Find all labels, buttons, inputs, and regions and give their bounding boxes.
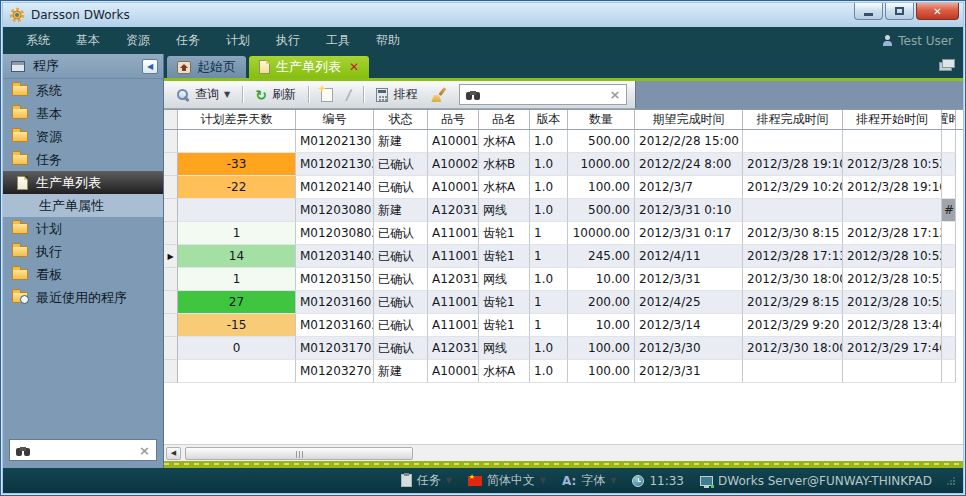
table-cell[interactable]: 网线: [479, 337, 530, 360]
table-cell[interactable]: 2012/3/30 18:00: [743, 337, 843, 360]
sidebar-item[interactable]: 计划: [3, 217, 163, 240]
close-button[interactable]: ✕: [916, 3, 959, 20]
table-cell[interactable]: A12031: [428, 268, 479, 291]
table-row[interactable]: -33M012021302已确认A10002水杯B1.01000.002012/…: [164, 153, 963, 176]
table-cell[interactable]: 已确认: [374, 222, 428, 245]
table-cell[interactable]: [743, 130, 843, 153]
column-header[interactable]: 计划差异天数: [178, 110, 296, 129]
row-selector[interactable]: [164, 176, 178, 199]
table-cell[interactable]: 2012/2/24 8:00: [635, 153, 743, 176]
table-row[interactable]: M012030801新建A12031网线1.0500.002012/3/31 0…: [164, 199, 963, 222]
table-cell[interactable]: 2012/3/30: [635, 337, 743, 360]
table-cell[interactable]: A12031: [428, 199, 479, 222]
table-cell[interactable]: 水杯B: [479, 153, 530, 176]
table-cell[interactable]: 2012/3/31: [635, 268, 743, 291]
menu-item[interactable]: 资源: [113, 32, 163, 49]
table-cell[interactable]: 新建: [374, 130, 428, 153]
column-header[interactable]: 品名: [479, 110, 530, 129]
table-cell[interactable]: 已确认: [374, 314, 428, 337]
table-cell[interactable]: 新建: [374, 199, 428, 222]
table-cell[interactable]: M012031602: [296, 314, 374, 337]
table-cell[interactable]: 27: [178, 291, 296, 314]
table-cell[interactable]: 2012/3/28 10:52: [843, 291, 942, 314]
table-cell[interactable]: 1.0: [530, 153, 568, 176]
table-cell[interactable]: [178, 360, 296, 383]
sidebar-item[interactable]: 系统: [3, 79, 163, 102]
table-cell[interactable]: 200.00: [568, 291, 635, 314]
table-cell[interactable]: M012021301: [296, 130, 374, 153]
table-cell[interactable]: #: [942, 199, 956, 222]
query-button[interactable]: 查询 ▼: [172, 84, 234, 105]
table-cell[interactable]: 2012/3/28 10:52: [843, 268, 942, 291]
table-cell[interactable]: 2012/3/29 17:46: [843, 337, 942, 360]
table-cell[interactable]: 水杯A: [479, 130, 530, 153]
table-cell[interactable]: 500.00: [568, 199, 635, 222]
menu-item[interactable]: 计划: [213, 32, 263, 49]
menu-item[interactable]: 系统: [13, 32, 63, 49]
table-cell[interactable]: [743, 199, 843, 222]
sidebar-item[interactable]: 执行: [3, 240, 163, 263]
table-cell[interactable]: [942, 153, 956, 176]
sidebar-search-input[interactable]: [36, 443, 139, 457]
table-cell[interactable]: 网线: [479, 268, 530, 291]
table-cell[interactable]: 0: [178, 337, 296, 360]
status-item-clock[interactable]: 11:33: [627, 474, 689, 488]
tab-home[interactable]: 起始页: [167, 56, 246, 78]
table-cell[interactable]: 水杯A: [479, 360, 530, 383]
table-cell[interactable]: 2012/3/7: [635, 176, 743, 199]
table-cell[interactable]: 10000.00: [568, 222, 635, 245]
table-cell[interactable]: 1.0: [530, 337, 568, 360]
table-cell[interactable]: 1: [178, 222, 296, 245]
refresh-button[interactable]: ↻ 刷新: [251, 84, 300, 105]
table-cell[interactable]: 2012/3/29 8:15: [743, 291, 843, 314]
table-cell[interactable]: 2012/4/25: [635, 291, 743, 314]
table-cell[interactable]: 1: [530, 245, 568, 268]
current-user[interactable]: Test User: [882, 34, 953, 48]
table-cell[interactable]: 1: [530, 222, 568, 245]
scrollbar-thumb[interactable]: [185, 447, 413, 460]
table-row[interactable]: -22M012021401已确认A10001水杯A1.0100.002012/3…: [164, 176, 963, 199]
schedule-button[interactable]: 排程: [372, 84, 421, 105]
row-selector[interactable]: [164, 268, 178, 291]
table-cell[interactable]: -15: [178, 314, 296, 337]
table-cell[interactable]: 已确认: [374, 337, 428, 360]
table-cell[interactable]: 2012/3/29 10:20: [743, 176, 843, 199]
table-cell[interactable]: [942, 176, 956, 199]
table-cell[interactable]: A12031: [428, 337, 479, 360]
table-cell[interactable]: [743, 360, 843, 383]
tab-production-order-list[interactable]: 生产单列表 ✕: [249, 56, 369, 78]
sidebar-item[interactable]: 生产单列表: [3, 171, 163, 194]
sidebar-collapse-button[interactable]: ◀: [142, 59, 158, 74]
column-header[interactable]: 状态: [374, 110, 428, 129]
chevron-down-icon[interactable]: ▼: [610, 476, 616, 485]
column-header[interactable]: 版本: [530, 110, 568, 129]
column-header[interactable]: 品号: [428, 110, 479, 129]
table-cell[interactable]: M012021401: [296, 176, 374, 199]
table-cell[interactable]: [942, 245, 956, 268]
tab-close-icon[interactable]: ✕: [349, 60, 359, 74]
row-selector[interactable]: [164, 314, 178, 337]
table-cell[interactable]: 2012/3/29 9:20: [743, 314, 843, 337]
table-cell[interactable]: 245.00: [568, 245, 635, 268]
table-cell[interactable]: 2012/3/28 10:52: [843, 153, 942, 176]
menu-item[interactable]: 工具: [313, 32, 363, 49]
table-cell[interactable]: M012021302: [296, 153, 374, 176]
table-cell[interactable]: [942, 268, 956, 291]
table-cell[interactable]: [942, 222, 956, 245]
sidebar-item[interactable]: 基本: [3, 102, 163, 125]
table-cell[interactable]: M012030801: [296, 199, 374, 222]
horizontal-scrollbar[interactable]: ◀: [164, 444, 963, 461]
table-cell[interactable]: 齿轮1: [479, 314, 530, 337]
table-cell[interactable]: 2012/3/31 0:17: [635, 222, 743, 245]
chevron-down-icon[interactable]: ▼: [224, 90, 230, 99]
title-bar[interactable]: Darsson DWorks ✕: [3, 3, 963, 27]
row-selector[interactable]: [164, 199, 178, 222]
table-cell[interactable]: 1: [530, 314, 568, 337]
row-selector[interactable]: [164, 337, 178, 360]
table-cell[interactable]: 2012/2/28 15:00: [635, 130, 743, 153]
row-selector[interactable]: [164, 222, 178, 245]
table-cell[interactable]: [942, 130, 956, 153]
table-cell[interactable]: A10002: [428, 153, 479, 176]
table-cell[interactable]: A11001: [428, 222, 479, 245]
table-cell[interactable]: 已确认: [374, 245, 428, 268]
